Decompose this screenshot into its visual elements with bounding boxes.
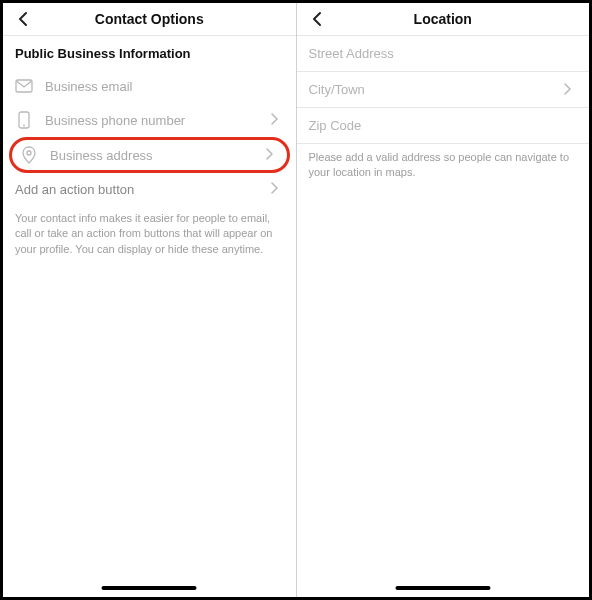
location-description: Please add a valid address so people can… xyxy=(297,144,590,181)
chevron-left-icon xyxy=(311,11,323,27)
back-button[interactable] xyxy=(13,9,33,29)
svg-point-3 xyxy=(27,151,31,155)
field-placeholder: City/Town xyxy=(309,82,564,97)
location-pin-icon xyxy=(20,146,38,164)
home-indicator[interactable] xyxy=(102,586,197,590)
chevron-right-icon xyxy=(563,83,577,97)
chevron-right-icon xyxy=(265,148,279,162)
row-label: Add an action button xyxy=(15,182,270,197)
page-title: Contact Options xyxy=(95,11,204,27)
business-email-row[interactable]: Business email xyxy=(3,69,296,103)
business-address-row[interactable]: Business address xyxy=(9,137,290,173)
chevron-right-icon xyxy=(270,113,284,127)
add-action-button-row[interactable]: Add an action button xyxy=(3,173,296,205)
page-title: Location xyxy=(414,11,472,27)
business-phone-row[interactable]: Business phone number xyxy=(3,103,296,137)
chevron-left-icon xyxy=(17,11,29,27)
back-button[interactable] xyxy=(307,9,327,29)
nav-bar: Location xyxy=(297,3,590,36)
street-address-field[interactable]: Street Address xyxy=(297,36,590,72)
nav-bar: Contact Options xyxy=(3,3,296,36)
row-label: Business email xyxy=(45,79,284,94)
mail-icon xyxy=(15,77,33,95)
contact-options-screen: Contact Options Public Business Informat… xyxy=(3,3,296,597)
phone-icon xyxy=(15,111,33,129)
row-label: Business address xyxy=(50,148,265,163)
chevron-right-icon xyxy=(270,182,284,196)
field-placeholder: Street Address xyxy=(309,46,578,61)
zip-code-field[interactable]: Zip Code xyxy=(297,108,590,144)
city-town-field[interactable]: City/Town xyxy=(297,72,590,108)
location-screen: Location Street Address City/Town Zip Co… xyxy=(296,3,590,597)
home-indicator[interactable] xyxy=(395,586,490,590)
row-label: Business phone number xyxy=(45,113,270,128)
field-placeholder: Zip Code xyxy=(309,118,578,133)
svg-point-2 xyxy=(23,125,25,127)
contact-info-description: Your contact info makes it easier for pe… xyxy=(3,205,296,257)
section-header: Public Business Information xyxy=(3,36,296,69)
